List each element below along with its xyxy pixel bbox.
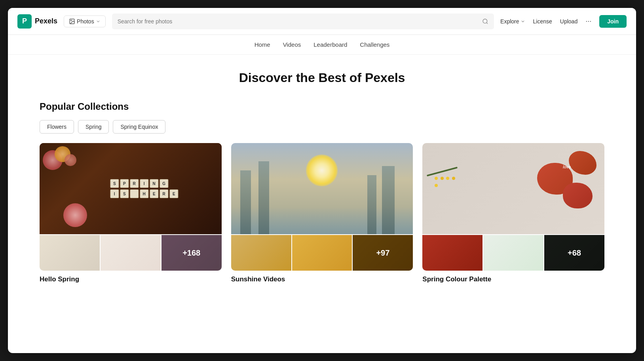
collection-thumb-row: +168 (40, 235, 222, 271)
collection-thumb-row: +97 (231, 235, 413, 271)
header-nav: Explore License Upload ··· Join (500, 15, 627, 28)
collection-thumb-2 (483, 235, 543, 271)
chevron-down-icon (96, 19, 101, 24)
svg-point-2 (483, 19, 487, 23)
subnav-leaderboard[interactable]: Leaderboard (313, 41, 347, 48)
sub-nav: Home Videos Leaderboard Challenges (8, 35, 636, 55)
subnav-home[interactable]: Home (255, 41, 270, 48)
search-bar (112, 13, 494, 29)
collection-thumb-1 (40, 235, 100, 271)
nav-explore[interactable]: Explore (500, 18, 525, 25)
photos-dropdown[interactable]: Photos (64, 15, 106, 27)
collection-name-sunshine-videos: Sunshine Videos (231, 275, 285, 283)
nav-upload[interactable]: Upload (560, 18, 578, 25)
brand-name: Pexels (35, 17, 57, 25)
collection-name-hello-spring: Hello Spring (40, 275, 79, 283)
collection-main-image: S P R I N G I S (40, 143, 222, 234)
logo-area[interactable]: P Pexels (17, 14, 57, 29)
subnav-challenges[interactable]: Challenges (360, 41, 389, 48)
collection-thumb-row: +68 (422, 235, 604, 271)
collection-thumb-1 (422, 235, 483, 271)
collection-plus-count: +168 (161, 235, 222, 271)
nav-license[interactable]: License (533, 18, 552, 25)
join-button[interactable]: Join (599, 15, 627, 28)
collection-card-sunshine-videos[interactable]: +97 Sunshine Videos (231, 143, 413, 283)
svg-point-1 (71, 20, 72, 21)
collection-images-spring-colour-palette: love +68 (422, 143, 604, 271)
more-options-icon[interactable]: ··· (585, 17, 591, 25)
search-icon (482, 18, 488, 25)
collection-card-spring-colour-palette[interactable]: love +68 (422, 143, 604, 283)
filter-spring[interactable]: Spring (78, 120, 109, 134)
search-input[interactable] (118, 18, 479, 25)
collection-thumb-3: +68 (544, 235, 604, 271)
collection-images-sunshine-videos: +97 (231, 143, 413, 271)
photos-label: Photos (77, 18, 94, 25)
filter-spring-equinox[interactable]: Spring Equinox (113, 120, 165, 134)
collection-plus-count: +68 (544, 235, 604, 271)
collection-plus-count: +97 (353, 235, 413, 271)
collection-images-hello-spring: S P R I N G I S (40, 143, 222, 271)
pexels-logo-icon: P (17, 14, 32, 29)
collection-name-spring-colour-palette: Spring Colour Palette (422, 275, 491, 283)
collection-thumb-2 (101, 235, 161, 271)
collection-main-image (231, 143, 413, 234)
collection-card-hello-spring[interactable]: S P R I N G I S (40, 143, 222, 283)
browser-frame: P Pexels Photos Explore License Upload ·… (8, 8, 636, 353)
chevron-down-icon (521, 19, 525, 24)
page-title: Discover the Best of Pexels (40, 71, 604, 85)
collection-thumb-1 (231, 235, 291, 271)
photo-icon (69, 18, 75, 25)
collection-thumb-3: +168 (161, 235, 222, 271)
filter-flowers[interactable]: Flowers (40, 120, 74, 134)
svg-line-3 (486, 23, 488, 24)
subnav-videos[interactable]: Videos (283, 41, 301, 48)
header: P Pexels Photos Explore License Upload ·… (8, 8, 636, 35)
collection-thumb-3: +97 (353, 235, 413, 271)
filter-tags: Flowers Spring Spring Equinox (40, 120, 604, 134)
main-content: Discover the Best of Pexels Popular Coll… (8, 55, 636, 299)
collection-main-image: love (422, 143, 604, 234)
popular-collections-heading: Popular Collections (40, 101, 604, 112)
collection-thumb-2 (292, 235, 352, 271)
collections-grid: S P R I N G I S (40, 143, 604, 283)
